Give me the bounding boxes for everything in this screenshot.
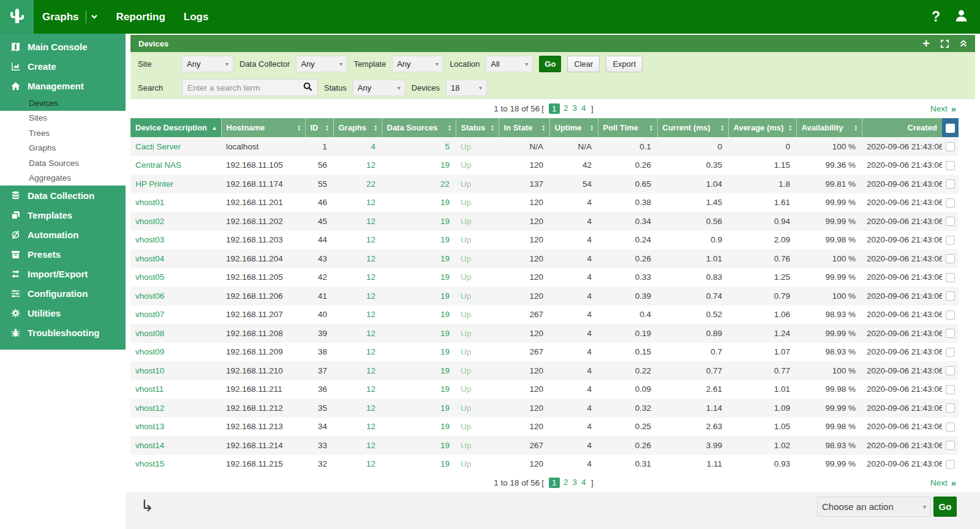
go-button[interactable]: Go — [539, 56, 561, 72]
add-device-icon[interactable]: + — [922, 37, 930, 50]
row-checkbox[interactable] — [946, 142, 955, 151]
action-go-button[interactable]: Go — [933, 497, 957, 517]
data-sources-link[interactable]: 19 — [440, 459, 450, 468]
sidebar-item-templates[interactable]: Templates — [0, 205, 126, 225]
graphs-link[interactable]: 12 — [366, 385, 375, 394]
data-sources-link[interactable]: 22 — [440, 179, 450, 189]
graphs-link[interactable]: 12 — [366, 291, 375, 301]
column-header-poll-time[interactable]: Poll Time▲▼ — [598, 118, 657, 137]
row-checkbox[interactable] — [946, 161, 955, 170]
column-header-status[interactable]: Status▲▼ — [456, 118, 499, 137]
column-header-device-description[interactable]: Device Description▲ — [130, 118, 221, 137]
data-sources-link[interactable]: 19 — [440, 254, 450, 263]
sidebar-item-troubleshooting[interactable]: Troubleshooting — [0, 323, 126, 342]
graphs-link[interactable]: 12 — [366, 310, 375, 319]
column-header-average-ms-[interactable]: Average (ms)▲▼ — [728, 118, 796, 137]
column-header-current-ms-[interactable]: Current (ms)▲▼ — [657, 118, 728, 137]
row-checkbox[interactable] — [946, 273, 955, 282]
row-checkbox[interactable] — [946, 236, 955, 245]
device-link[interactable]: Cacti Server — [135, 142, 181, 151]
nav-logs[interactable]: Logs — [184, 11, 209, 23]
status-select[interactable]: Any▾ — [353, 80, 405, 96]
graphs-link[interactable]: 12 — [366, 198, 375, 207]
clear-button[interactable]: Clear — [567, 56, 600, 72]
graphs-link[interactable]: 12 — [366, 422, 375, 431]
column-header-uptime[interactable]: Uptime▲▼ — [549, 118, 598, 137]
device-link[interactable]: vhost01 — [135, 198, 164, 207]
graphs-link[interactable]: 12 — [366, 160, 375, 170]
graphs-link[interactable]: 4 — [371, 142, 375, 151]
site-select[interactable]: Any▾ — [182, 56, 233, 72]
nav-reporting[interactable]: Reporting — [116, 11, 165, 23]
row-checkbox[interactable] — [946, 179, 955, 189]
next-page-link[interactable]: Next» — [930, 478, 956, 488]
sidebar-item-data-sources[interactable]: Data Sources — [0, 156, 126, 171]
sidebar-item-devices[interactable]: Devices — [0, 96, 126, 111]
collapse-panel-icon[interactable] — [960, 40, 967, 47]
device-link[interactable]: vhost11 — [135, 385, 164, 394]
data-sources-link[interactable]: 5 — [445, 142, 450, 151]
page-link-3[interactable]: 3 — [573, 103, 578, 114]
graphs-link[interactable]: 12 — [366, 459, 375, 468]
sidebar-item-sites[interactable]: Sites — [0, 111, 126, 126]
device-link[interactable]: vhost04 — [135, 254, 164, 263]
row-checkbox[interactable] — [946, 198, 955, 208]
data-sources-link[interactable]: 19 — [440, 385, 450, 394]
select-all-checkbox[interactable] — [946, 124, 955, 133]
page-link-4[interactable]: 4 — [581, 478, 586, 488]
device-link[interactable]: vhost06 — [135, 291, 164, 301]
user-icon[interactable] — [954, 8, 969, 26]
help-icon[interactable]: ? — [932, 10, 940, 24]
device-link[interactable]: vhost13 — [135, 422, 164, 431]
row-checkbox[interactable] — [946, 366, 955, 375]
data-sources-link[interactable]: 19 — [440, 198, 450, 207]
data-sources-link[interactable]: 19 — [440, 291, 450, 301]
sidebar-item-trees[interactable]: Trees — [0, 126, 126, 141]
sidebar-item-aggregates[interactable]: Aggregates — [0, 171, 126, 186]
device-link[interactable]: vhost15 — [135, 459, 164, 468]
device-link[interactable]: vhost10 — [135, 366, 164, 375]
device-link[interactable]: HP Printer — [135, 179, 173, 189]
device-link[interactable]: vhost12 — [135, 403, 164, 413]
data-sources-link[interactable]: 19 — [440, 217, 450, 226]
data-sources-link[interactable]: 19 — [440, 366, 450, 375]
row-checkbox[interactable] — [946, 254, 955, 263]
sidebar-item-presets[interactable]: Presets — [0, 244, 126, 264]
device-link[interactable]: vhost08 — [135, 329, 164, 338]
row-checkbox[interactable] — [946, 310, 955, 320]
data-sources-link[interactable]: 19 — [440, 403, 450, 413]
data-sources-link[interactable]: 19 — [440, 235, 450, 244]
data-collector-select[interactable]: Any▾ — [296, 56, 347, 72]
sidebar-item-management[interactable]: Management — [0, 76, 126, 96]
sidebar-item-import-export[interactable]: Import/Export — [0, 264, 126, 283]
sidebar-item-main-console[interactable]: Main Console — [0, 37, 126, 56]
data-sources-link[interactable]: 19 — [440, 160, 450, 170]
sidebar-item-graphs[interactable]: Graphs — [0, 141, 126, 156]
cacti-logo[interactable] — [0, 0, 34, 34]
column-header-id[interactable]: ID▲▼ — [305, 118, 333, 137]
export-button[interactable]: Export — [606, 56, 643, 72]
column-header-created[interactable]: Created — [862, 118, 942, 137]
row-checkbox[interactable] — [946, 422, 955, 432]
next-page-link[interactable]: Next» — [930, 103, 956, 114]
action-select[interactable]: Choose an action▾ — [817, 497, 931, 517]
row-checkbox[interactable] — [946, 385, 955, 394]
chevron-down-icon[interactable] — [91, 11, 98, 23]
device-link[interactable]: vhost09 — [135, 347, 164, 356]
column-header-availability[interactable]: Availability▲▼ — [796, 118, 862, 137]
graphs-link[interactable]: 12 — [366, 347, 375, 356]
graphs-link[interactable]: 12 — [366, 217, 375, 226]
sidebar-item-create[interactable]: Create — [0, 56, 126, 76]
data-sources-link[interactable]: 19 — [440, 441, 450, 450]
data-sources-link[interactable]: 19 — [440, 347, 450, 356]
graphs-link[interactable]: 12 — [366, 254, 375, 263]
row-checkbox[interactable] — [946, 291, 955, 301]
device-link[interactable]: vhost14 — [135, 441, 164, 450]
graphs-link[interactable]: 12 — [366, 329, 375, 338]
graphs-link[interactable]: 12 — [366, 235, 375, 244]
sidebar-item-configuration[interactable]: Configuration — [0, 283, 126, 303]
row-checkbox[interactable] — [946, 329, 955, 338]
sidebar-item-utilities[interactable]: Utilities — [0, 303, 126, 323]
graphs-link[interactable]: 12 — [366, 441, 375, 450]
device-link[interactable]: Central NAS — [135, 160, 181, 170]
